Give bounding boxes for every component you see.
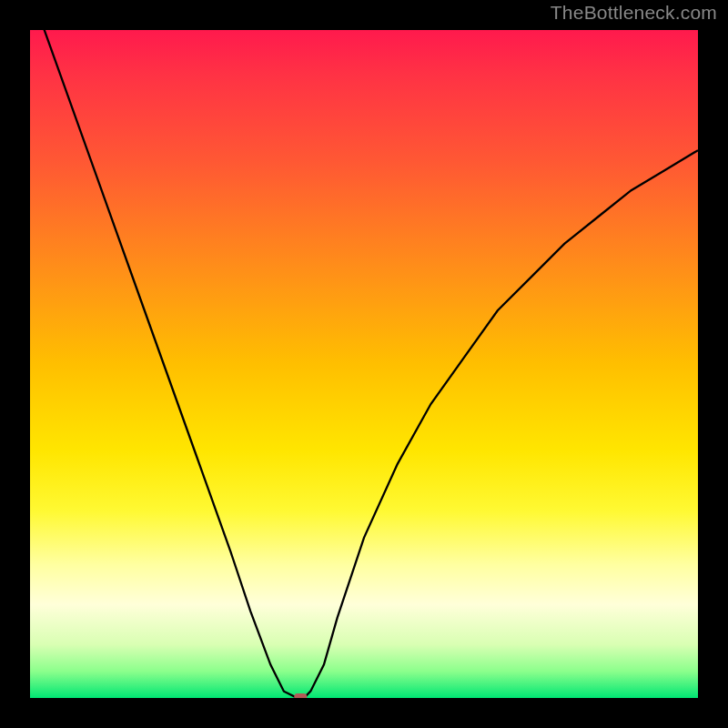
plot-area (30, 30, 698, 698)
chart-frame: TheBottleneck.com (0, 0, 728, 728)
watermark-text: TheBottleneck.com (551, 2, 717, 24)
curve-layer (30, 30, 698, 698)
minimum-marker (294, 693, 307, 698)
bottleneck-curve (30, 30, 698, 698)
